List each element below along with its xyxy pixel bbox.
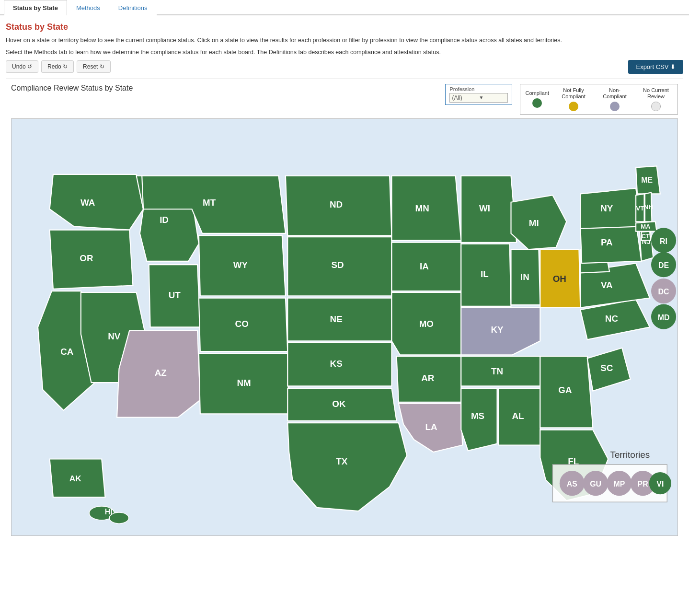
legend-no-current-review: No Current Review xyxy=(639,87,673,111)
undo-button[interactable]: Undo ↺ xyxy=(6,60,38,73)
svg-text:NH: NH xyxy=(644,203,653,210)
tab-methods[interactable]: Methods xyxy=(67,0,109,15)
svg-text:GA: GA xyxy=(558,385,572,395)
svg-text:GU: GU xyxy=(590,480,601,488)
map-title: Compliance Review Status by State xyxy=(11,84,133,93)
svg-text:KY: KY xyxy=(491,325,504,335)
page-title: Status by State xyxy=(6,22,683,32)
svg-text:NC: NC xyxy=(605,314,619,324)
map-controls: Profession (All) ▼ Compliant Not Fully C… xyxy=(445,84,678,115)
svg-text:VT: VT xyxy=(636,205,644,212)
svg-text:PR: PR xyxy=(638,480,649,488)
legend-compliant: Compliant xyxy=(525,90,549,108)
map-section: Compliance Review Status by State Profes… xyxy=(6,79,683,541)
no-review-circle xyxy=(651,102,661,111)
svg-text:HI: HI xyxy=(105,508,113,516)
legend-non-compliant: Non-Compliant xyxy=(598,87,632,111)
svg-text:MO: MO xyxy=(419,319,434,329)
svg-text:ND: ND xyxy=(330,199,343,209)
chevron-down-icon: ▼ xyxy=(479,95,505,100)
not-fully-compliant-circle xyxy=(569,102,578,111)
svg-text:TN: TN xyxy=(491,366,503,376)
svg-text:AZ: AZ xyxy=(155,368,167,378)
map-header: Compliance Review Status by State Profes… xyxy=(11,84,678,115)
svg-text:MP: MP xyxy=(613,480,625,488)
description-1: Hover on a state or territory below to s… xyxy=(6,36,683,45)
svg-text:OR: OR xyxy=(80,253,93,263)
svg-text:MI: MI xyxy=(529,218,539,228)
map-container: WA OR CA NV ID MT WY xyxy=(11,118,678,536)
description-2: Select the Methods tab to learn how we d… xyxy=(6,48,683,57)
svg-text:AL: AL xyxy=(512,410,524,420)
profession-filter: Profession (All) ▼ xyxy=(445,84,512,105)
redo-button[interactable]: Redo ↻ xyxy=(41,60,74,73)
svg-text:NV: NV xyxy=(108,331,121,341)
svg-text:DE: DE xyxy=(658,261,669,269)
compliant-circle xyxy=(532,98,542,108)
svg-text:MN: MN xyxy=(415,203,429,213)
profession-value: (All) xyxy=(452,94,479,101)
svg-text:WI: WI xyxy=(479,203,490,213)
svg-text:UT: UT xyxy=(169,290,181,300)
non-compliant-circle xyxy=(610,102,620,111)
svg-text:DC: DC xyxy=(658,288,669,296)
svg-text:KS: KS xyxy=(330,359,343,369)
svg-text:VI: VI xyxy=(656,480,664,488)
profession-label: Profession xyxy=(449,86,508,92)
svg-text:LA: LA xyxy=(425,422,437,432)
svg-text:MT: MT xyxy=(203,198,216,208)
svg-text:MD: MD xyxy=(658,314,670,322)
export-csv-button[interactable]: Export CSV ⬇ xyxy=(628,60,683,74)
svg-text:AS: AS xyxy=(567,480,577,488)
svg-text:TX: TX xyxy=(336,456,347,466)
svg-text:IN: IN xyxy=(520,272,529,282)
map-legend: Compliant Not Fully Compliant Non-Compli… xyxy=(520,84,678,115)
svg-text:NM: NM xyxy=(237,378,251,388)
svg-text:RI: RI xyxy=(660,237,667,245)
legend-not-fully-compliant: Not Fully Compliant xyxy=(557,87,590,111)
svg-text:VA: VA xyxy=(601,280,613,290)
tab-definitions[interactable]: Definitions xyxy=(109,0,157,15)
svg-text:IL: IL xyxy=(481,269,489,279)
svg-text:CT: CT xyxy=(642,232,650,240)
svg-text:ID: ID xyxy=(160,215,169,225)
svg-text:AR: AR xyxy=(421,373,435,383)
svg-text:MS: MS xyxy=(471,410,484,420)
svg-text:NE: NE xyxy=(330,314,343,324)
svg-text:PA: PA xyxy=(601,237,613,247)
svg-text:MA: MA xyxy=(641,223,651,230)
svg-text:CA: CA xyxy=(60,347,74,357)
svg-text:WY: WY xyxy=(233,260,248,270)
us-map-svg: WA OR CA NV ID MT WY xyxy=(11,119,678,535)
svg-text:AK: AK xyxy=(69,474,82,483)
svg-text:SD: SD xyxy=(331,260,344,270)
svg-text:ME: ME xyxy=(641,176,653,184)
svg-text:CO: CO xyxy=(235,319,249,329)
svg-text:Territories: Territories xyxy=(610,449,650,459)
svg-text:OK: OK xyxy=(332,399,346,409)
svg-text:SC: SC xyxy=(600,362,613,372)
tabs-bar: Status by State Methods Definitions xyxy=(0,0,689,15)
reset-button[interactable]: Reset ↻ xyxy=(77,60,111,73)
tab-status-by-state[interactable]: Status by State xyxy=(4,0,67,15)
svg-text:IA: IA xyxy=(420,261,429,271)
profession-select[interactable]: (All) ▼ xyxy=(449,93,508,103)
svg-text:NY: NY xyxy=(600,203,613,213)
svg-text:WA: WA xyxy=(80,198,95,208)
svg-text:OH: OH xyxy=(553,274,566,284)
